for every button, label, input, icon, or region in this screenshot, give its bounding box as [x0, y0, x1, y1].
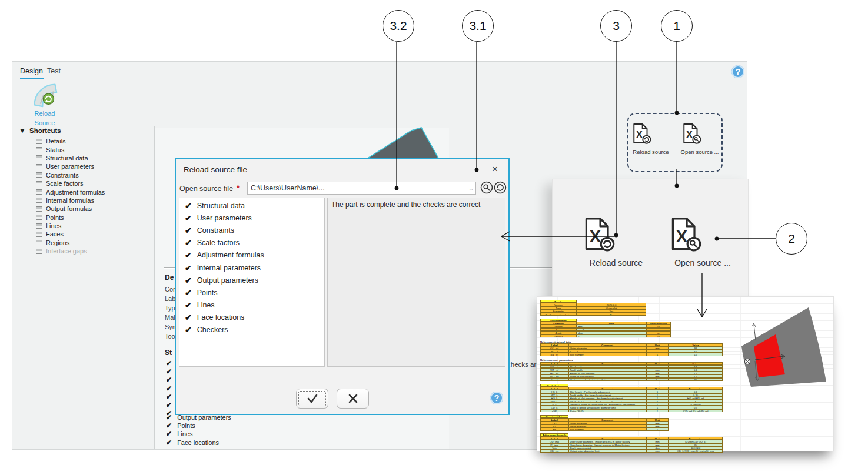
tree-item[interactable]: Points [21, 213, 156, 222]
ribbon-label-line1: Reload [24, 110, 65, 117]
status-item: ✔ Lines [166, 430, 231, 438]
table-icon [36, 198, 42, 203]
checklist-item: ✔ Adjustment formulas [179, 249, 324, 262]
tree-item[interactable]: Adjustment formulas [21, 188, 156, 196]
tree-item-label: Status [46, 146, 64, 153]
sheet-cell: Slot number [568, 427, 646, 430]
checklist-item-label: Internal parameters [197, 264, 261, 272]
tree-item[interactable]: Scale factors [21, 179, 156, 188]
dialog-help-button[interactable]: ? [490, 392, 503, 404]
sheet-cell: Unitless [540, 334, 577, 337]
source-file-input[interactable]: C:\Users\UserName\... .. [247, 182, 476, 195]
tree-item[interactable]: Regions [21, 239, 156, 247]
magnifier-icon[interactable] [480, 181, 493, 194]
dialog-close-button[interactable]: × [488, 163, 501, 176]
excel-open-icon [670, 217, 703, 253]
sheet-cell: 20 [669, 378, 723, 381]
checklist-item-label: Points [197, 289, 218, 297]
checklist-item: ✔ Constraints [179, 224, 324, 236]
status-hidden-checks: ✔✔✔✔✔✔✔ [166, 359, 172, 417]
small-open-source-button[interactable] [682, 123, 702, 148]
status-item-label: Lines [177, 430, 192, 437]
table-icon [36, 249, 42, 254]
tree-item[interactable]: Internal formulas [21, 196, 156, 205]
tree-item[interactable]: Output formulas [21, 205, 156, 213]
dialog-message: The part is complete and the checks are … [331, 200, 480, 209]
tree-item-label: Internal formulas [46, 197, 94, 204]
status-item-label: Points [177, 422, 195, 429]
check-icon: ✔ [166, 401, 172, 409]
table-icon [36, 164, 42, 169]
sheet-cell: OD_k*(OD_imp-ID_imp)+ID_imp [669, 449, 723, 452]
tree-item-label: Scale factors [46, 180, 84, 187]
small-open-source-label: Open source ... [676, 149, 723, 155]
excel-open-icon [682, 123, 702, 145]
big-reload-source-button[interactable] [583, 217, 616, 256]
shortcuts-tree: ▾ Shortcuts Details Status Structural da… [21, 126, 156, 255]
sheet-cell: OD_virt [540, 449, 568, 452]
browse-dots[interactable]: .. [469, 184, 473, 192]
source-file-value: C:\Users\UserName\... [251, 184, 325, 192]
checklist-item-label: Constraints [197, 226, 234, 235]
tree-item[interactable]: Interface gaps [21, 247, 156, 255]
sheet-cell: rOR [540, 409, 568, 412]
table-icon [36, 240, 42, 245]
sheet-cell: Ratio OR/ID [568, 409, 646, 412]
excel-reload-icon [583, 217, 616, 253]
tab-test[interactable]: Test [47, 67, 61, 75]
checklist-item-label: User parameters [197, 214, 252, 222]
callout-circle-3-2: 3.2 [383, 10, 414, 42]
part-drawing [737, 297, 833, 395]
check-icon: ✔ [185, 288, 192, 297]
cancel-button[interactable] [337, 389, 369, 409]
window-help-button[interactable]: ? [731, 65, 744, 78]
table-icon [36, 215, 42, 220]
sheet-cell: Undercut angle of stator tooth tip [568, 378, 646, 381]
check-icon: ✔ [185, 313, 192, 322]
table-icon [36, 172, 42, 178]
tree-item[interactable]: Details [21, 137, 156, 145]
checklist-items: ✔ Structural data ✔ User parameters ✔ Co… [179, 198, 324, 336]
tree-item-label: Details [46, 138, 66, 145]
check-icon: ✔ [166, 384, 172, 393]
active-tab-underline [20, 78, 44, 79]
excel-reload-icon [632, 123, 652, 145]
checklist-item: ✔ User parameters [179, 212, 324, 224]
checklist-item-label: Lines [197, 301, 215, 309]
expander-icon[interactable]: ▾ [21, 127, 24, 134]
callout-circle-2: 2 [776, 223, 807, 255]
tree-item[interactable]: Status [21, 145, 156, 153]
table-icon [36, 189, 42, 195]
checklist-item-label: Face locations [197, 313, 245, 322]
check-icon: ✔ [185, 201, 192, 210]
details-row: Typ [165, 305, 175, 312]
small-reload-source-button[interactable] [632, 123, 652, 148]
refresh-icon[interactable] [494, 181, 507, 194]
dialog-message-panel: The part is complete and the checks are … [327, 198, 505, 367]
sheet-cell: SN_ref [540, 353, 568, 356]
ok-button[interactable] [296, 389, 328, 409]
sheet-cell: 12 [669, 353, 723, 356]
tree-item[interactable]: Structural data [21, 154, 156, 162]
callout-circle-3: 3 [600, 10, 632, 42]
sheet-cell: V_ref [540, 378, 568, 381]
shortcuts-header[interactable]: ▾ Shortcuts [21, 126, 156, 135]
table-icon [36, 232, 42, 237]
tree-item-label: Output formulas [46, 205, 92, 212]
tree-item[interactable]: Lines [21, 222, 156, 230]
tree-item[interactable]: User parameters [21, 162, 156, 170]
sheet-cell: 1 [577, 334, 646, 337]
ok-check-icon [297, 389, 328, 408]
sheet-cell: 1 [646, 427, 669, 430]
status-item-label: Face locations [177, 439, 219, 446]
big-open-source-button[interactable] [670, 217, 703, 256]
status-heading: St [165, 349, 172, 357]
tree-item[interactable]: Constraints [21, 171, 156, 179]
tree-item[interactable]: Faces [21, 230, 156, 238]
small-reload-source-label: Reload source [627, 149, 674, 155]
table-icon [36, 147, 42, 152]
tree-item-label: User parameters [46, 163, 94, 170]
tab-design[interactable]: Design [20, 67, 43, 75]
sheet-cell: ul [646, 334, 671, 337]
check-icon: ✔ [185, 213, 192, 223]
